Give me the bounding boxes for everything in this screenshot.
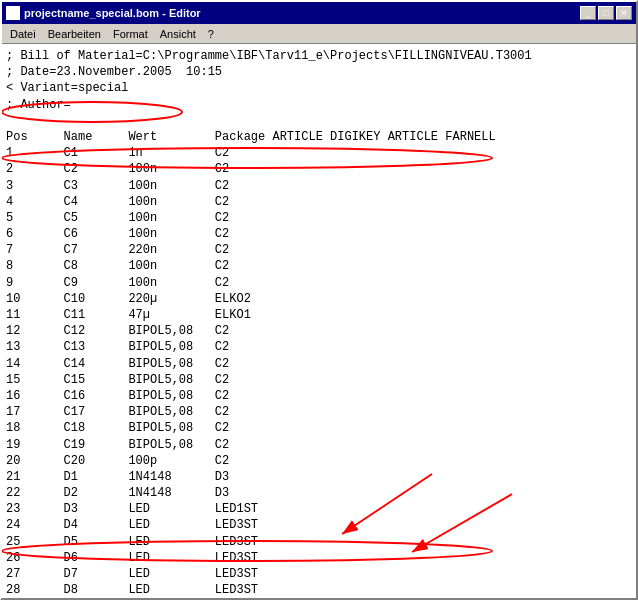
menu-format[interactable]: Format xyxy=(107,26,154,42)
close-button[interactable]: ✕ xyxy=(616,6,632,20)
title-bar-text: projectname_special.bom - Editor xyxy=(24,7,580,19)
menu-bearbeiten[interactable]: Bearbeiten xyxy=(42,26,107,42)
main-window: projectname_special.bom - Editor _ □ ✕ D… xyxy=(0,0,638,600)
app-icon xyxy=(6,6,20,20)
title-bar-buttons: _ □ ✕ xyxy=(580,6,632,20)
maximize-button[interactable]: □ xyxy=(598,6,614,20)
editor-content-area[interactable]: ; Bill of Material=C:\Programme\IBF\Tarv… xyxy=(2,44,636,598)
menu-ansicht[interactable]: Ansicht xyxy=(154,26,202,42)
editor-text: ; Bill of Material=C:\Programme\IBF\Tarv… xyxy=(6,48,632,598)
menu-bar: Datei Bearbeiten Format Ansicht ? xyxy=(2,24,636,44)
title-bar: projectname_special.bom - Editor _ □ ✕ xyxy=(2,2,636,24)
minimize-button[interactable]: _ xyxy=(580,6,596,20)
menu-datei[interactable]: Datei xyxy=(4,26,42,42)
menu-help[interactable]: ? xyxy=(202,26,220,42)
